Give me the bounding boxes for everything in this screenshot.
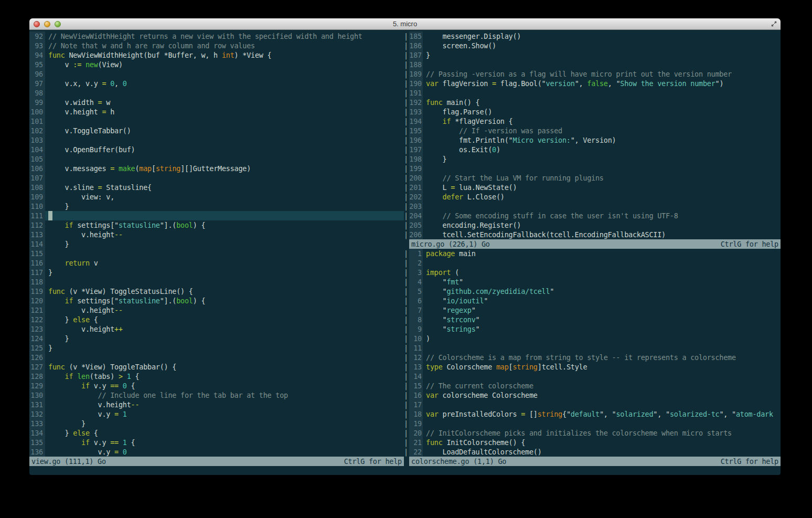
code-line-131[interactable]: 131 v.height--	[29, 400, 404, 409]
code-line-102[interactable]: 102 v.ToggleTabbar()	[29, 126, 404, 135]
code-line-94[interactable]: 94func NewViewWidthHeight(buf *Buffer, w…	[29, 50, 404, 60]
code-line-107[interactable]: 107	[29, 173, 404, 183]
code-line-101[interactable]: 101	[29, 117, 404, 126]
line-number: 7	[409, 305, 423, 315]
code-line-126[interactable]: 126	[29, 353, 404, 362]
code-line-111[interactable]: 111	[29, 211, 404, 220]
code-line-199[interactable]: |199	[404, 164, 781, 173]
code-line-121[interactable]: 121 v.height--	[29, 305, 404, 315]
code-line-129[interactable]: 129 if v.y == 0 {	[29, 381, 404, 390]
code-line-128[interactable]: 128 if len(tabs) > 1 {	[29, 372, 404, 381]
code-line-18[interactable]: |18var preInstalledColors = []string{"de…	[404, 409, 781, 419]
code-line-99[interactable]: 99 v.width = w	[29, 98, 404, 107]
code-line-9[interactable]: |9 "strings"	[404, 324, 781, 334]
code-line-188[interactable]: |188	[404, 60, 781, 69]
code-line-22[interactable]: |22 LoadDefaultColorscheme()	[404, 447, 781, 457]
code-line-190[interactable]: |190var flagVersion = flag.Bool("version…	[404, 79, 781, 88]
code-line-8[interactable]: |8 "strconv"	[404, 315, 781, 324]
code-line-202[interactable]: |202 defer L.Close()	[404, 192, 781, 202]
code-line-93[interactable]: 93// Note that w and h are raw column an…	[29, 41, 404, 50]
code-line-5[interactable]: |5 "github.com/zyedidia/tcell"	[404, 287, 781, 296]
code-line-120[interactable]: 120 if settings["statusline"].(bool) {	[29, 296, 404, 305]
code-line-117[interactable]: 117}	[29, 268, 404, 277]
code-line-109[interactable]: 109 view: v,	[29, 192, 404, 202]
code-line-187[interactable]: |187}	[404, 50, 781, 60]
code-line-115[interactable]: 115	[29, 249, 404, 258]
code-line-189[interactable]: |189// Passing -version as a flag will h…	[404, 69, 781, 79]
code-line-193[interactable]: |193 flag.Parse()	[404, 107, 781, 117]
code-line-116[interactable]: 116 return v	[29, 258, 404, 268]
code-line-206[interactable]: |206 tcell.SetEncodingFallback(tcell.Enc…	[404, 230, 781, 239]
code-line-97[interactable]: 97 v.x, v.y = 0, 0	[29, 79, 404, 88]
code-line-21[interactable]: |21func InitColorscheme() {	[404, 438, 781, 447]
code-line-204[interactable]: |204 // Some encoding stuff in case the …	[404, 211, 781, 220]
code-line-203[interactable]: |203	[404, 202, 781, 211]
code-line-133[interactable]: 133 }	[29, 419, 404, 428]
code-line-191[interactable]: |191	[404, 88, 781, 98]
code-line-130[interactable]: 130 // Include one line for the tab bar …	[29, 390, 404, 400]
code-line-19[interactable]: |19	[404, 419, 781, 428]
code-line-108[interactable]: 108 v.sline = Statusline{	[29, 183, 404, 192]
code-line-136[interactable]: 136 v.y = 0	[29, 447, 404, 457]
code-text: defer L.Close()	[423, 192, 781, 202]
code-line-105[interactable]: 105	[29, 154, 404, 164]
code-line-119[interactable]: 119func (v *View) ToggleStatusLine() {	[29, 287, 404, 296]
code-line-10[interactable]: |10)	[404, 334, 781, 343]
line-number: 191	[409, 88, 423, 98]
pane-divider: |	[404, 419, 409, 428]
code-line-134[interactable]: 134 } else {	[29, 428, 404, 438]
code-line-198[interactable]: |198 }	[404, 154, 781, 164]
titlebar[interactable]: 5. micro	[29, 18, 781, 30]
code-line-17[interactable]: |17	[404, 400, 781, 409]
code-line-197[interactable]: |197 os.Exit(0)	[404, 145, 781, 154]
code-line-201[interactable]: |201 L = lua.NewState()	[404, 183, 781, 192]
code-line-3[interactable]: |3import (	[404, 268, 781, 277]
code-line-95[interactable]: 95 v := new(View)	[29, 60, 404, 69]
pane-divider: |	[404, 447, 409, 457]
code-line-13[interactable]: |13type Colorscheme map[string]tcell.Sty…	[404, 362, 781, 372]
pane-divider: |	[404, 428, 409, 438]
code-line-123[interactable]: 123 v.height++	[29, 324, 404, 334]
code-line-205[interactable]: |205 encoding.Register()	[404, 220, 781, 230]
code-line-185[interactable]: |185 messenger.Display()	[404, 31, 781, 41]
code-line-114[interactable]: 114 }	[29, 239, 404, 249]
code-line-196[interactable]: |196 fmt.Println("Micro version:", Versi…	[404, 135, 781, 145]
code-line-127[interactable]: 127func (v *View) ToggleTabbar() {	[29, 362, 404, 372]
code-line-12[interactable]: |12// Colorscheme is a map from string t…	[404, 353, 781, 362]
code-line-92[interactable]: 92// NewViewWidthHeight returns a new vi…	[29, 31, 404, 41]
code-line-106[interactable]: 106 v.messages = make(map[string][]Gutte…	[29, 164, 404, 173]
code-line-200[interactable]: |200 // Start the Lua VM for running plu…	[404, 173, 781, 183]
code-line-112[interactable]: 112 if settings["statusline"].(bool) {	[29, 220, 404, 230]
code-text: } else {	[45, 315, 404, 324]
code-line-100[interactable]: 100 v.height = h	[29, 107, 404, 117]
fullscreen-icon[interactable]	[771, 20, 777, 27]
code-line-124[interactable]: 124 }	[29, 334, 404, 343]
code-line-20[interactable]: |20// InitColorscheme picks and initiali…	[404, 428, 781, 438]
code-line-16[interactable]: |16var colorscheme Colorscheme	[404, 390, 781, 400]
code-line-6[interactable]: |6 "io/ioutil"	[404, 296, 781, 305]
code-line-132[interactable]: 132 v.y = 1	[29, 409, 404, 419]
code-line-2[interactable]: |2	[404, 258, 781, 268]
code-line-11[interactable]: |11	[404, 343, 781, 353]
code-line-194[interactable]: |194 if *flagVersion {	[404, 117, 781, 126]
code-line-7[interactable]: |7 "regexp"	[404, 305, 781, 315]
code-line-15[interactable]: |15// The current colorscheme	[404, 381, 781, 390]
code-line-103[interactable]: 103	[29, 135, 404, 145]
code-line-135[interactable]: 135 if v.y == 1 {	[29, 438, 404, 447]
code-line-122[interactable]: 122 } else {	[29, 315, 404, 324]
code-line-110[interactable]: 110 }	[29, 202, 404, 211]
code-line-192[interactable]: |192func main() {	[404, 98, 781, 107]
line-number: 20	[409, 428, 423, 438]
code-text	[45, 154, 404, 164]
code-line-1[interactable]: |1package main	[404, 249, 781, 258]
code-line-4[interactable]: |4 "fmt"	[404, 277, 781, 287]
code-line-113[interactable]: 113 v.height--	[29, 230, 404, 239]
code-line-96[interactable]: 96	[29, 69, 404, 79]
code-line-104[interactable]: 104 v.OpenBuffer(buf)	[29, 145, 404, 154]
code-line-14[interactable]: |14	[404, 372, 781, 381]
code-line-186[interactable]: |186 screen.Show()	[404, 41, 781, 50]
code-line-98[interactable]: 98	[29, 88, 404, 98]
code-line-195[interactable]: |195 // If -version was passed	[404, 126, 781, 135]
code-line-125[interactable]: 125}	[29, 343, 404, 353]
code-line-118[interactable]: 118	[29, 277, 404, 287]
